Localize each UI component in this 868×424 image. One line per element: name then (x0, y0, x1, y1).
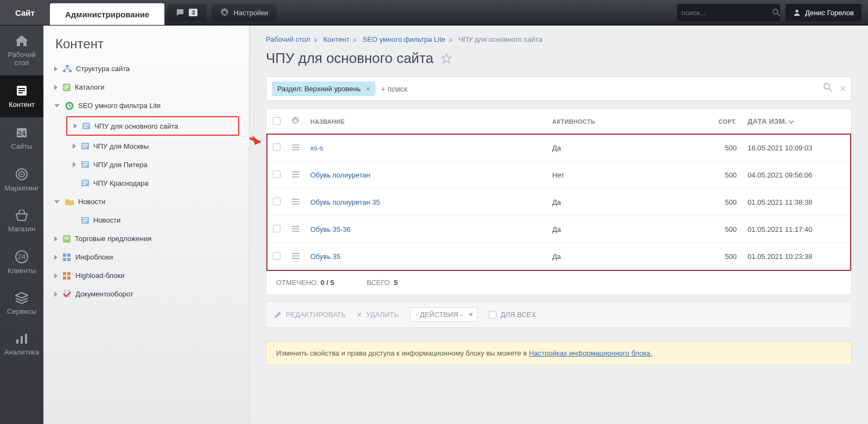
row-date: 01.05.2021 10:23:38 (742, 243, 851, 271)
notifications-button[interactable]: 3 (167, 4, 206, 21)
tree-seo-krasnodar[interactable]: ЧПУ Краснодара (43, 174, 249, 192)
select-all-checkbox[interactable] (273, 117, 280, 125)
user-icon (793, 9, 801, 16)
row-checkbox[interactable] (273, 225, 280, 232)
row-checkbox[interactable] (273, 252, 280, 260)
svg-rect-14 (16, 339, 18, 344)
col-sort[interactable]: СОРТ. (682, 109, 742, 134)
table-row[interactable]: Обувь 35Да50001.05.2021 10:23:38 (267, 243, 851, 271)
svg-point-0 (773, 9, 778, 14)
admin-tab[interactable]: Администрирование (50, 3, 164, 25)
user-name: Денис Горелов (805, 9, 854, 17)
for-all-checkbox[interactable]: ДЛЯ ВСЕХ (489, 311, 536, 319)
row-name-link[interactable]: Обувь 35-36 (310, 225, 350, 233)
close-icon[interactable]: × (366, 85, 371, 93)
svg-rect-66 (292, 176, 299, 178)
iconbar-marketing[interactable]: Маркетинг (0, 159, 43, 201)
row-menu[interactable] (286, 216, 305, 243)
iconbar-analytics[interactable]: Аналитика (0, 324, 43, 365)
col-date[interactable]: ДАТА ИЗМ. (742, 109, 851, 134)
home-icon (14, 34, 29, 47)
clear-icon[interactable]: × (840, 83, 846, 94)
row-active: Да (547, 243, 682, 271)
row-menu[interactable] (286, 162, 305, 189)
crumb-2[interactable]: SEO умного фильтра Lite (362, 35, 445, 43)
svg-rect-5 (18, 90, 25, 91)
tree-highload[interactable]: Highload-блоки (43, 266, 249, 284)
iconbar-content[interactable]: Контент (0, 75, 43, 117)
iconbar-desktop[interactable]: Рабочий стол (0, 26, 43, 75)
tree-trade[interactable]: Торговые предложения (43, 229, 249, 248)
tree-infoblocks[interactable]: Инфоблоки (43, 248, 249, 266)
row-name-link[interactable]: xs-s (310, 144, 323, 152)
tree-news[interactable]: Новости (43, 192, 249, 211)
iconbar-shop[interactable]: Магазин (0, 201, 43, 242)
crumb-0[interactable]: Рабочий стол (266, 35, 310, 43)
side-panel: Контент Структура сайта Каталоги SEO умн… (43, 26, 250, 424)
svg-rect-61 (292, 144, 299, 145)
svg-rect-49 (67, 254, 71, 257)
gear-icon (220, 8, 229, 17)
row-name-link[interactable]: Обувь полиуретан (310, 171, 371, 179)
gear-icon[interactable] (291, 117, 299, 125)
iconbar-label: Сайты (11, 142, 32, 150)
table-row[interactable]: xs-sДа50018.05.2021 10:09:03 (267, 134, 851, 162)
col-active[interactable]: АКТИВНОСТЬ (547, 109, 682, 134)
svg-rect-47 (65, 238, 69, 239)
iconbar-clients[interactable]: 24 Клиенты (0, 242, 43, 283)
user-button[interactable]: Денис Горелов (786, 4, 861, 21)
table-row[interactable]: Обувь полиуретан 35Да50001.05.2021 11:38… (267, 189, 851, 216)
tree-seo[interactable]: SEO умного фильтра Lite (43, 96, 249, 115)
top-search-input[interactable] (681, 9, 773, 17)
iconbar-sites[interactable]: 24 Сайты (0, 117, 43, 159)
delete-button[interactable]: × УДАЛИТЬ (357, 310, 399, 320)
svg-rect-64 (292, 172, 299, 173)
tree-catalogs[interactable]: Каталоги (43, 78, 249, 96)
list-icon (82, 123, 90, 129)
svg-rect-50 (63, 258, 66, 261)
svg-line-60 (829, 88, 832, 91)
row-menu[interactable] (286, 243, 305, 271)
svg-rect-15 (21, 336, 23, 344)
row-menu[interactable] (286, 134, 305, 162)
chat-icon (176, 8, 184, 17)
grid: НАЗВАНИЕ АКТИВНОСТЬ СОРТ. ДАТА ИЗМ. xs-s… (266, 109, 852, 295)
svg-rect-63 (292, 149, 299, 150)
tree-seo-main[interactable]: ЧПУ для основного сайта (66, 116, 239, 136)
iconbar-services[interactable]: Сервисы (0, 283, 43, 324)
search-icon (773, 9, 780, 16)
book-icon (63, 84, 71, 91)
actions-select[interactable]: - ДЕЙСТВИЯ - (410, 307, 478, 322)
col-name[interactable]: НАЗВАНИЕ (305, 109, 547, 134)
close-icon: × (357, 310, 362, 320)
search-icon[interactable] (824, 83, 832, 92)
tree-seo-moscow[interactable]: ЧПУ для Москвы (43, 137, 249, 155)
table-row[interactable]: Обувь полиуретанНет50004.05.2021 09:56:0… (267, 162, 851, 189)
hint-link[interactable]: Настройках информационного блока. (529, 349, 652, 357)
svg-rect-27 (84, 125, 89, 126)
star-icon[interactable] (441, 53, 452, 64)
filter-tag[interactable]: Раздел: Верхний уровень × (272, 81, 375, 96)
filter-search-input[interactable] (381, 85, 818, 93)
top-search[interactable] (677, 4, 780, 21)
row-name-link[interactable]: Обувь полиуретан 35 (310, 198, 380, 206)
edit-button[interactable]: РЕДАКТИРОВАТЬ (274, 311, 346, 319)
site-structure-icon (63, 65, 72, 73)
row-date: 18.05.2021 10:09:03 (742, 134, 851, 162)
svg-rect-16 (25, 334, 27, 344)
list-icon (81, 180, 89, 186)
crumb-1[interactable]: Контент (323, 35, 349, 43)
row-menu[interactable] (286, 189, 305, 216)
settings-button[interactable]: Настройки (212, 4, 277, 21)
row-checkbox[interactable] (273, 170, 280, 178)
row-checkbox[interactable] (273, 143, 280, 151)
tree-seo-piter[interactable]: ЧПУ для Питера (43, 155, 249, 174)
row-checkbox[interactable] (273, 198, 280, 205)
row-name-link[interactable]: Обувь 35 (310, 252, 341, 261)
table-row[interactable]: Обувь 35-36Да50001.05.2021 11:17:40 (267, 216, 851, 243)
svg-rect-31 (82, 145, 88, 147)
tree-news-child[interactable]: Новости (43, 211, 249, 229)
tree-structure[interactable]: Структура сайта (43, 59, 249, 78)
tree-docflow[interactable]: Документооборот (43, 284, 249, 303)
site-tab[interactable]: Сайт (0, 0, 50, 25)
